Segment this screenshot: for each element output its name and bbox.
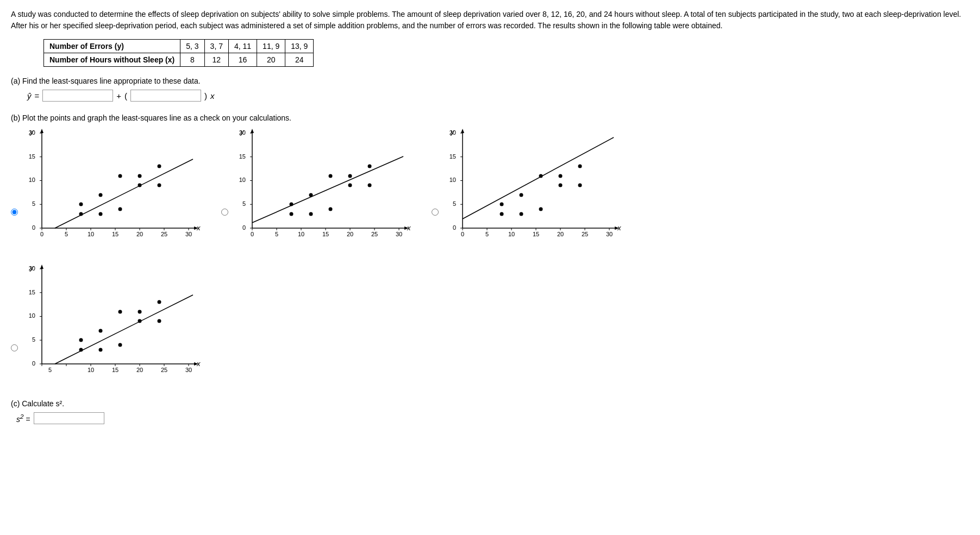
point-2-7 <box>348 174 352 178</box>
graphs-row-2: y x 0 5 10 15 20 5 <box>11 263 969 388</box>
svg-text:20: 20 <box>347 231 353 237</box>
graph-wrap-2: y x 0 5 10 15 20 0 <box>230 128 415 253</box>
svg-text:10: 10 <box>29 177 35 183</box>
point-2-6 <box>329 174 333 178</box>
chart-4: y x 0 5 10 15 20 5 <box>20 263 205 388</box>
graph-radio-3[interactable] <box>432 209 439 216</box>
row2-val3: 16 <box>228 53 257 67</box>
svg-text:20: 20 <box>557 231 564 237</box>
svg-text:15: 15 <box>450 153 456 160</box>
graph-radio-2[interactable] <box>221 209 228 216</box>
point-1-1 <box>79 203 83 206</box>
svg-text:15: 15 <box>322 231 329 237</box>
regression-line-1 <box>55 159 193 228</box>
svg-text:15: 15 <box>29 153 35 160</box>
svg-text:10: 10 <box>239 177 246 183</box>
point-3-2 <box>500 212 504 216</box>
point-4-6 <box>118 310 122 314</box>
part-a-label: (a) Find the least-squares line appropri… <box>11 77 969 85</box>
point-2-2 <box>290 212 294 216</box>
svg-text:30: 30 <box>396 231 402 237</box>
point-4-1 <box>79 338 83 342</box>
svg-marker-29 <box>251 129 254 133</box>
graph-radio-4[interactable] <box>11 344 18 351</box>
point-3-5 <box>539 207 543 211</box>
row1-val1: 5, 3 <box>180 40 204 53</box>
intercept-input[interactable] <box>42 90 113 102</box>
close-paren: ) <box>204 91 207 100</box>
svg-text:20: 20 <box>136 231 143 237</box>
row1-label: Number of Errors (y) <box>44 40 180 53</box>
part-c-label: (c) Calculate s². <box>11 399 969 408</box>
svg-text:x: x <box>407 224 411 232</box>
graph-container-3: y x 0 5 10 15 20 0 <box>432 128 626 253</box>
svg-text:x: x <box>196 360 201 368</box>
svg-text:15: 15 <box>112 367 118 373</box>
svg-text:5: 5 <box>453 200 456 207</box>
row1-val3: 4, 11 <box>228 40 257 53</box>
point-2-10 <box>368 184 372 187</box>
slope-input[interactable] <box>130 90 201 102</box>
part-b-label: (b) Plot the points and graph the least-… <box>11 114 969 122</box>
svg-text:0: 0 <box>32 360 35 367</box>
s2-row: s2 = <box>16 412 969 424</box>
svg-text:10: 10 <box>508 231 515 237</box>
svg-text:5: 5 <box>32 336 35 343</box>
point-4-4 <box>99 329 103 333</box>
point-1-5 <box>118 207 122 211</box>
point-1-7 <box>138 174 142 178</box>
svg-text:5: 5 <box>242 200 246 207</box>
svg-text:20: 20 <box>450 129 456 136</box>
svg-text:0: 0 <box>251 231 254 237</box>
row2-val2: 12 <box>204 53 228 67</box>
svg-text:5: 5 <box>32 200 35 207</box>
point-3-4 <box>520 193 523 197</box>
graph-wrap-1: y x 0 5 <box>20 128 205 253</box>
point-1-9 <box>158 165 161 168</box>
row1-val5: 13, 9 <box>285 40 314 53</box>
svg-text:x: x <box>617 224 621 232</box>
point-4-7 <box>138 310 142 314</box>
svg-text:30: 30 <box>606 231 613 237</box>
svg-text:25: 25 <box>371 231 378 237</box>
svg-text:0: 0 <box>32 224 35 231</box>
row2-val4: 20 <box>257 53 285 67</box>
point-1-3 <box>99 212 103 216</box>
point-2-3 <box>309 212 313 216</box>
graphs-row-1: y x 0 5 <box>11 128 969 253</box>
point-3-3 <box>520 212 523 216</box>
graph-radio-1[interactable] <box>11 209 18 216</box>
svg-text:5: 5 <box>485 231 489 237</box>
svg-text:0: 0 <box>461 231 464 237</box>
row1-val2: 3, 7 <box>204 40 228 53</box>
data-table: Number of Errors (y) 5, 3 3, 7 4, 11 11,… <box>43 39 314 67</box>
svg-text:15: 15 <box>239 153 246 160</box>
regression-line-4 <box>55 295 193 364</box>
graph-wrap-4: y x 0 5 10 15 20 5 <box>20 263 205 388</box>
x-label: x <box>210 91 215 100</box>
row2-val5: 24 <box>285 53 314 67</box>
point-4-3 <box>99 348 103 352</box>
svg-marker-87 <box>40 265 43 269</box>
svg-text:0: 0 <box>453 224 456 231</box>
row2-val1: 8 <box>180 53 204 67</box>
chart-1: y x 0 5 <box>20 128 205 253</box>
equation-row: ŷ = + ( ) x <box>27 90 969 102</box>
s2-label: s2 = <box>16 413 30 424</box>
svg-text:5: 5 <box>48 367 52 373</box>
svg-text:10: 10 <box>88 231 94 237</box>
svg-marker-58 <box>461 129 464 133</box>
point-2-9 <box>368 165 372 168</box>
svg-text:0: 0 <box>242 224 246 231</box>
point-1-4 <box>99 193 103 197</box>
svg-text:15: 15 <box>112 231 118 237</box>
svg-text:30: 30 <box>185 231 192 237</box>
point-1-6 <box>118 174 122 178</box>
s2-input[interactable] <box>34 412 104 424</box>
svg-text:20: 20 <box>29 265 35 272</box>
point-2-5 <box>329 207 333 211</box>
y-hat-symbol: ŷ <box>27 91 32 100</box>
svg-text:25: 25 <box>161 231 167 237</box>
plus-sign: + <box>116 91 121 100</box>
point-2-8 <box>348 184 352 187</box>
